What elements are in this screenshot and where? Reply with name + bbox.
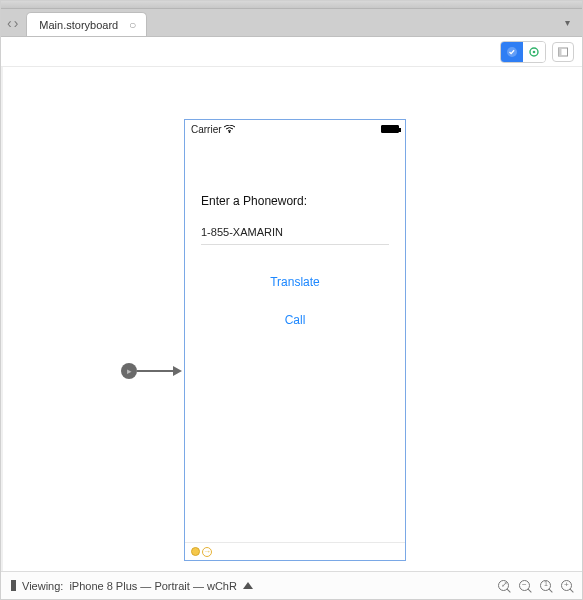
- tab-title: Main.storyboard: [39, 19, 118, 31]
- initial-view-controller-arrow[interactable]: ▸: [121, 363, 182, 379]
- zoom-fit-button[interactable]: ⤢: [498, 578, 509, 594]
- exit-icon[interactable]: →: [202, 547, 212, 557]
- nav-arrows: ‹ ›: [7, 9, 18, 36]
- nav-back-button[interactable]: ‹: [7, 15, 12, 31]
- zoom-actual-button[interactable]: 1: [540, 578, 551, 594]
- phoneword-textfield[interactable]: [201, 222, 389, 245]
- magnifier-plus-icon: +: [561, 580, 572, 591]
- magnifier-one-icon: 1: [540, 580, 551, 591]
- svg-point-2: [533, 50, 536, 53]
- scene-dock: →: [185, 542, 405, 560]
- phoneword-label: Enter a Phoneword:: [201, 194, 389, 208]
- toggle-panel-button[interactable]: [552, 42, 574, 62]
- panel-icon: [557, 46, 569, 58]
- tabbar-dropdown-button[interactable]: ▾: [558, 13, 576, 31]
- svg-rect-4: [559, 48, 562, 56]
- viewing-text: iPhone 8 Plus — Portrait — wChR: [69, 580, 237, 592]
- check-circle-icon: [506, 46, 518, 58]
- target-icon: [528, 46, 540, 58]
- designer-statusbar: Viewing: iPhone 8 Plus — Portrait — wChR…: [1, 571, 582, 599]
- magnifier-icon: ⤢: [498, 580, 509, 591]
- view-mode-constraints-button[interactable]: [523, 42, 545, 62]
- view-mode-segment: [500, 41, 546, 63]
- designer-toolbar: [1, 37, 582, 67]
- arrowhead-icon: [173, 366, 182, 376]
- wifi-icon: [224, 125, 235, 133]
- window-titlebar: [1, 1, 582, 9]
- document-tabbar: ‹ › Main.storyboard ○ ▾: [1, 9, 582, 37]
- trait-picker-icon[interactable]: [243, 582, 253, 589]
- zoom-out-button[interactable]: −: [519, 578, 530, 594]
- svg-point-5: [229, 131, 231, 133]
- device-bar-icon: [11, 580, 16, 591]
- entry-knob: ▸: [121, 363, 137, 379]
- simulated-status-bar: Carrier: [185, 120, 405, 138]
- battery-icon: [381, 125, 399, 133]
- call-button[interactable]: Call: [201, 313, 389, 327]
- carrier-text: Carrier: [191, 124, 222, 135]
- view-controller-view: Enter a Phoneword: Translate Call: [185, 138, 405, 542]
- play-icon: ▸: [127, 366, 132, 376]
- view-mode-design-button[interactable]: [501, 42, 523, 62]
- carrier-label: Carrier: [191, 124, 235, 135]
- viewing-info[interactable]: Viewing: iPhone 8 Plus — Portrait — wChR: [11, 580, 253, 592]
- magnifier-minus-icon: −: [519, 580, 530, 591]
- viewing-prefix: Viewing:: [22, 580, 63, 592]
- tab-close-button[interactable]: ○: [129, 18, 136, 32]
- zoom-controls: ⤢ − 1 +: [498, 578, 572, 594]
- view-controller-scene[interactable]: Carrier Enter a Phoneword: Translate Cal…: [184, 119, 406, 561]
- entry-line: [137, 370, 173, 372]
- zoom-in-button[interactable]: +: [561, 578, 572, 594]
- storyboard-canvas[interactable]: ▸ Carrier Enter a Phoneword: Translate C…: [1, 67, 582, 571]
- editor-window: ‹ › Main.storyboard ○ ▾ ▸: [0, 0, 583, 600]
- first-responder-icon[interactable]: [191, 547, 200, 556]
- nav-forward-button[interactable]: ›: [14, 15, 19, 31]
- translate-button[interactable]: Translate: [201, 275, 389, 289]
- tab-main-storyboard[interactable]: Main.storyboard ○: [26, 12, 147, 36]
